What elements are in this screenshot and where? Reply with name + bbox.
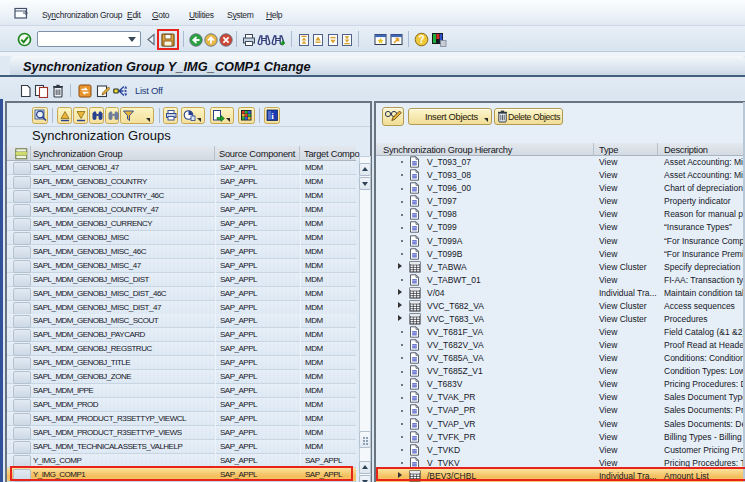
svg-text:?: ? bbox=[418, 34, 424, 45]
